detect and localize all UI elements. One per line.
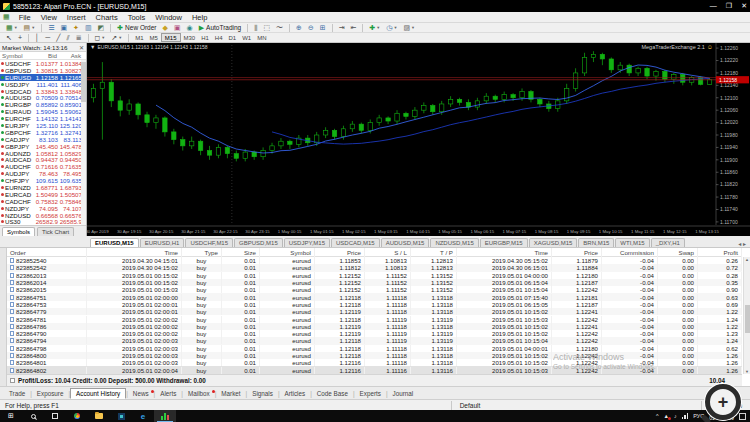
- history-col-price-5[interactable]: Price: [315, 248, 365, 257]
- metatrader-taskbar-icon[interactable]: [154, 410, 176, 422]
- terminal-tab-articles[interactable]: Articles: [280, 389, 311, 398]
- chart-tab-usdchf-m15[interactable]: USDCHF,M15: [185, 238, 233, 247]
- terminal-tab-account-history[interactable]: Account History: [70, 388, 126, 399]
- arrows-tool-button[interactable]: ↗▼: [108, 33, 125, 42]
- history-row[interactable]: 8238620132019.05.01 00:15:02buy0.01eurus…: [7, 272, 742, 279]
- zoom-in-button[interactable]: ⊕: [293, 23, 305, 32]
- market-watch-tab-tick-chart[interactable]: Tick Chart: [37, 227, 74, 236]
- col-symbol[interactable]: Symbol: [0, 52, 33, 59]
- zoom-out-button[interactable]: ⊖: [305, 23, 317, 32]
- price-chart-svg[interactable]: 1.122601.122201.121801.121401.121001.120…: [87, 43, 750, 236]
- timeframe-m5[interactable]: M5: [147, 33, 161, 42]
- chrome-icon[interactable]: [66, 410, 88, 422]
- fibonacci-tool-button[interactable]: ≣: [73, 33, 85, 42]
- file-explorer-icon[interactable]: [88, 410, 110, 422]
- history-row[interactable]: 8238647902019.05.01 02:00:02buy0.01eurus…: [7, 330, 742, 337]
- terminal-tab-code-base[interactable]: Code Base: [312, 389, 353, 398]
- history-row[interactable]: 8238620152019.05.01 00:15:03buy0.01eurus…: [7, 286, 742, 293]
- history-row[interactable]: 8238620142019.05.01 00:15:02buy0.01eurus…: [7, 279, 742, 286]
- history-col-tp-7[interactable]: T / P: [411, 248, 457, 257]
- timeframe-d1[interactable]: D1: [226, 33, 240, 42]
- history-row[interactable]: 8238647982019.05.01 02:00:03buy0.01eurus…: [7, 345, 742, 352]
- navigator-toggle-button[interactable]: ✦: [70, 23, 82, 32]
- terminal-tab-exposure[interactable]: Exposure: [32, 389, 69, 398]
- profiles-button[interactable]: ▤▼: [21, 23, 39, 32]
- market-watch-row[interactable]: EURGBP0.858920.85901: [0, 101, 86, 108]
- screen-magnifier-overlay[interactable]: +: [705, 384, 741, 420]
- line-chart-mode-button[interactable]: 〜: [273, 23, 286, 32]
- market-watch-row[interactable]: USDCHF1.013771.01384: [0, 60, 86, 67]
- menu-view[interactable]: View: [36, 13, 62, 22]
- auto-scroll-button[interactable]: ⇥: [336, 23, 348, 32]
- market-watch-scrollbar[interactable]: [81, 60, 86, 225]
- market-watch-row[interactable]: EURCHF1.141321.14141: [0, 115, 86, 122]
- edge-icon[interactable]: e: [132, 410, 154, 422]
- chart-shift-button[interactable]: ⇤: [348, 23, 360, 32]
- terminal-tab-market[interactable]: Market: [216, 389, 245, 398]
- market-watch-row[interactable]: NZDUSD0.665680.66576: [0, 212, 86, 219]
- market-watch-row[interactable]: AUDCAD0.944370.94450: [0, 156, 86, 163]
- history-row[interactable]: 8238647812019.05.01 02:00:02buy0.01eurus…: [7, 315, 742, 322]
- chart-tab-usdjpy-m15[interactable]: USDJPY,M15: [284, 238, 330, 247]
- history-col-sl-6[interactable]: S / L: [365, 248, 411, 257]
- market-watch-row[interactable]: EURCAD1.504991.50507: [0, 191, 86, 198]
- history-row[interactable]: 8238525422019.04.30 04:15:02buy0.01eurus…: [7, 264, 742, 271]
- mql5-community-button[interactable]: ▣: [171, 23, 184, 32]
- market-watch-row[interactable]: NZDJPY74.09574.107: [0, 205, 86, 212]
- timeframe-h4[interactable]: H4: [212, 33, 226, 42]
- one-click-expander-icon[interactable]: ▼: [90, 44, 95, 50]
- market-globe-button[interactable]: ◉: [184, 23, 196, 32]
- market-watch-row[interactable]: EURAUD1.590451.59062: [0, 108, 86, 115]
- terminal-tab-experts[interactable]: Experts: [355, 389, 386, 398]
- chart-tab-brn-m15[interactable]: BRN,M15: [578, 238, 614, 247]
- history-col-time-1[interactable]: Time: [87, 248, 182, 257]
- history-col-swap-11[interactable]: Swap: [658, 248, 698, 257]
- shapes-tool-button[interactable]: ◻▼: [92, 33, 109, 42]
- periods-button[interactable]: ◷▼: [383, 23, 400, 32]
- col-ask[interactable]: Ask: [59, 52, 83, 59]
- metaeditor-button[interactable]: ◆: [160, 23, 171, 32]
- terminal-tab-news[interactable]: News: [128, 389, 154, 398]
- vertical-line-tool-button[interactable]: │: [32, 33, 42, 42]
- scroll-down-icon[interactable]: ▼: [744, 369, 750, 374]
- chart-canvas[interactable]: 1.122601.122201.121801.121401.121001.120…: [87, 43, 750, 236]
- history-col-type-2[interactable]: Type: [182, 248, 222, 257]
- terminal-toggle-button[interactable]: ▥: [82, 23, 95, 32]
- defender-shield-icon[interactable]: ▲: [663, 413, 668, 419]
- new-order-button[interactable]: ✚New Order: [114, 23, 159, 32]
- autotrading-button[interactable]: ▶AutoTrading: [196, 23, 245, 32]
- timeframe-m30[interactable]: M30: [181, 33, 199, 42]
- profile-selector[interactable]: Default: [451, 401, 701, 410]
- chart-tab-xagusd-m15[interactable]: XAGUSD,M15: [529, 238, 578, 247]
- market-watch-row[interactable]: US3026582.926585.9: [0, 218, 86, 225]
- chart-tab-eurusd-m15[interactable]: EURUSD,M15: [90, 238, 139, 247]
- chart-tab-usdcad-m15[interactable]: USDCAD,M15: [331, 238, 380, 247]
- strategy-tester-toggle-button[interactable]: ◩: [95, 23, 108, 32]
- market-watch-row[interactable]: AUDCHF0.716160.71635: [0, 163, 86, 170]
- market-watch-row[interactable]: GBPCHF1.327161.32741: [0, 129, 86, 136]
- tile-windows-button[interactable]: ⊞: [317, 23, 329, 32]
- timeframe-h1[interactable]: H1: [198, 33, 212, 42]
- chart-tab-scroll-icons[interactable]: ◂ ▸: [738, 240, 750, 247]
- menu-file[interactable]: File: [14, 13, 36, 22]
- history-col-profit-12[interactable]: Profit: [698, 248, 742, 257]
- market-watch-row[interactable]: EURUSD1.121581.12165: [0, 74, 86, 81]
- channel-tool-button[interactable]: ⫽: [64, 33, 73, 42]
- menu-insert[interactable]: Insert: [62, 13, 91, 22]
- chart-tab--dxy-h1[interactable]: _DXY,H1: [651, 238, 685, 247]
- volume-icon[interactable]: ♪: [674, 413, 677, 419]
- chart-tab-nzdusd-m15[interactable]: NZDUSD,M15: [430, 238, 478, 247]
- search-icon[interactable]: [22, 410, 44, 422]
- market-watch-tab-symbols[interactable]: Symbols: [2, 227, 35, 236]
- chart-mdi-icon[interactable]: ▦: [3, 13, 10, 21]
- terminal-grip[interactable]: [0, 248, 7, 386]
- history-row[interactable]: 8238647792019.05.01 02:00:01buy0.01eurus…: [7, 308, 742, 315]
- timeframe-w1[interactable]: W1: [239, 33, 254, 42]
- history-row[interactable]: 8238525402019.04.30 04:15:01buy0.01eurus…: [7, 257, 742, 264]
- history-row[interactable]: 8238647512019.05.01 02:00:00buy0.01eurus…: [7, 293, 742, 300]
- market-watch-row[interactable]: AUDJPY78.46378.495: [0, 170, 86, 177]
- market-watch-close-icon[interactable]: ✕: [79, 44, 84, 51]
- market-watch-row[interactable]: GBPUSD1.308151.30827: [0, 67, 86, 74]
- menu-help[interactable]: Help: [187, 13, 212, 22]
- task-view-icon[interactable]: [44, 410, 66, 422]
